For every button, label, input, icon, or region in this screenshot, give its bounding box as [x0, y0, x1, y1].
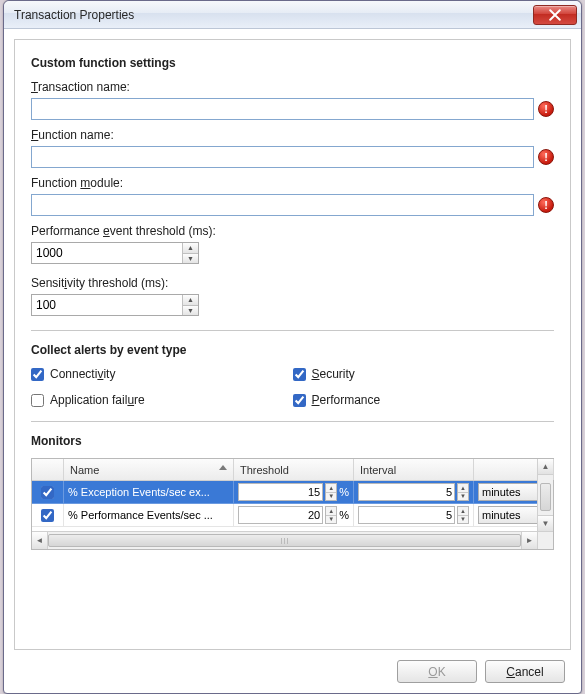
checkbox-app-failure-input[interactable] [31, 394, 44, 407]
checkbox-performance[interactable]: Performance [293, 393, 555, 407]
spinner-buttons[interactable]: ▲▼ [325, 506, 337, 524]
row-threshold[interactable]: ▲▼ % [234, 481, 354, 504]
scroll-track[interactable] [538, 475, 553, 515]
spin-up-icon[interactable]: ▲ [183, 295, 198, 306]
sort-asc-icon [219, 465, 227, 470]
col-threshold[interactable]: Threshold [234, 459, 354, 480]
error-icon: ! [538, 149, 554, 165]
error-icon: ! [538, 101, 554, 117]
scroll-track[interactable] [48, 532, 521, 549]
spinner-buttons[interactable]: ▲▼ [457, 483, 469, 501]
threshold-input[interactable] [238, 483, 323, 501]
titlebar[interactable]: Transaction Properties [4, 1, 581, 29]
label-function-name: Function name: [31, 128, 554, 142]
interval-input[interactable] [358, 506, 455, 524]
interval-input[interactable] [358, 483, 455, 501]
scroll-up-icon[interactable]: ▲ [538, 459, 553, 475]
spin-down-icon[interactable]: ▼ [183, 306, 198, 316]
checkbox-app-failure[interactable]: Application failure [31, 393, 293, 407]
window-title: Transaction Properties [14, 8, 533, 22]
checkbox-performance-input[interactable] [293, 394, 306, 407]
checkbox-connectivity[interactable]: Connectivity [31, 367, 293, 381]
dialog-footer: OK Cancel [14, 650, 571, 687]
perf-threshold-input[interactable] [32, 243, 182, 263]
function-name-input[interactable] [31, 146, 534, 168]
horizontal-scrollbar[interactable]: ◄ ► [32, 531, 537, 549]
perf-threshold-spinner[interactable]: ▲▼ [31, 242, 199, 264]
cancel-button[interactable]: Cancel [485, 660, 565, 683]
threshold-unit: % [339, 509, 349, 521]
row-checkbox[interactable] [41, 486, 54, 499]
row-interval[interactable]: ▲▼ [354, 504, 474, 527]
dialog-window: Transaction Properties Custom function s… [3, 0, 582, 694]
row-name: % Exception Events/sec ex... [64, 481, 234, 504]
sens-threshold-input[interactable] [32, 295, 182, 315]
error-icon: ! [538, 197, 554, 213]
spinner-buttons[interactable]: ▲▼ [182, 295, 198, 315]
alerts-grid: Connectivity Security Application failur… [31, 367, 554, 407]
main-panel: Custom function settings Transaction nam… [14, 39, 571, 650]
threshold-unit: % [339, 486, 349, 498]
col-name[interactable]: Name [64, 459, 234, 480]
section-alerts: Collect alerts by event type [31, 343, 554, 357]
checkbox-security-input[interactable] [293, 368, 306, 381]
checkbox-security[interactable]: Security [293, 367, 555, 381]
scroll-right-icon[interactable]: ► [521, 532, 537, 549]
scroll-down-icon[interactable]: ▼ [538, 515, 553, 531]
scroll-thumb[interactable] [48, 534, 521, 547]
close-icon [549, 9, 561, 21]
label-perf-threshold: Performance event threshold (ms): [31, 224, 554, 238]
scroll-thumb[interactable] [540, 483, 551, 511]
row-threshold[interactable]: ▲▼ % [234, 504, 354, 527]
scroll-corner [537, 531, 553, 549]
transaction-name-input[interactable] [31, 98, 534, 120]
spinner-buttons[interactable]: ▲▼ [182, 243, 198, 263]
threshold-input[interactable] [238, 506, 323, 524]
spin-up-icon[interactable]: ▲ [183, 243, 198, 254]
spinner-buttons[interactable]: ▲▼ [325, 483, 337, 501]
ok-button[interactable]: OK [397, 660, 477, 683]
monitors-header[interactable]: Name Threshold Interval [32, 459, 553, 481]
col-interval[interactable]: Interval [354, 459, 474, 480]
checkbox-connectivity-input[interactable] [31, 368, 44, 381]
section-custom-settings: Custom function settings [31, 56, 554, 70]
row-name: % Performance Events/sec ... [64, 504, 234, 527]
scroll-left-icon[interactable]: ◄ [32, 532, 48, 549]
row-interval[interactable]: ▲▼ [354, 481, 474, 504]
spin-down-icon[interactable]: ▼ [183, 254, 198, 264]
monitors-body: % Exception Events/sec ex... ▲▼ % ▲▼ min… [32, 481, 553, 531]
content-area: Custom function settings Transaction nam… [4, 29, 581, 693]
label-sens-threshold: Sensitivity threshold (ms): [31, 276, 554, 290]
close-button[interactable] [533, 5, 577, 25]
monitors-table: Name Threshold Interval % Exception Even… [31, 458, 554, 550]
function-module-input[interactable] [31, 194, 534, 216]
section-monitors: Monitors [31, 434, 554, 448]
separator [31, 421, 554, 422]
table-row[interactable]: % Performance Events/sec ... ▲▼ % ▲▼ min… [32, 504, 553, 527]
label-transaction-name: Transaction name: [31, 80, 554, 94]
row-checkbox[interactable] [41, 509, 54, 522]
table-row[interactable]: % Exception Events/sec ex... ▲▼ % ▲▼ min… [32, 481, 553, 504]
col-checkbox[interactable] [32, 459, 64, 480]
spinner-buttons[interactable]: ▲▼ [457, 506, 469, 524]
vertical-scrollbar[interactable]: ▲ ▼ [537, 459, 553, 531]
sens-threshold-spinner[interactable]: ▲▼ [31, 294, 199, 316]
separator [31, 330, 554, 331]
label-function-module: Function module: [31, 176, 554, 190]
